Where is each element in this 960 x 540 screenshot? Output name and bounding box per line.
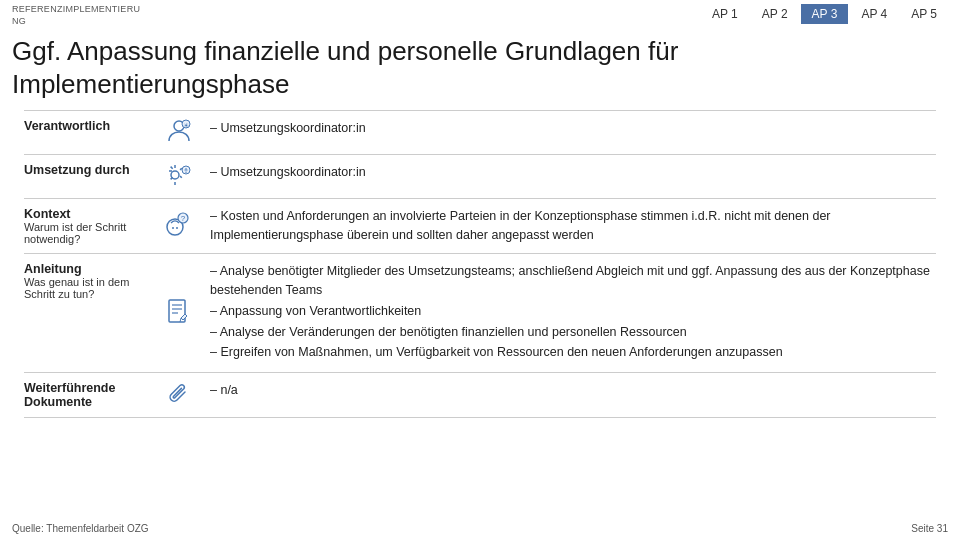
row-content: Analyse benötigter Mitglieder des Umsetz… xyxy=(204,254,936,373)
row-label: Umsetzung durch xyxy=(24,155,154,199)
ap-item-ap3[interactable]: AP 3 xyxy=(801,4,849,24)
list-item: Ergreifen von Maßnahmen, um Verfügbarkei… xyxy=(210,343,930,362)
table-row: Weiterführende Dokumente – n/a xyxy=(24,373,936,418)
row-content: – Umsetzungskoordinator:in xyxy=(204,155,936,199)
row-icon xyxy=(154,373,204,418)
list-item: Analyse benötigter Mitglieder des Umsetz… xyxy=(210,262,930,300)
row-content: – Kosten und Anforderungen an involviert… xyxy=(204,199,936,254)
svg-text:☀: ☀ xyxy=(183,122,189,129)
svg-text:?: ? xyxy=(181,214,186,223)
row-content: – Umsetzungskoordinator:in xyxy=(204,111,936,155)
row-content: – n/a xyxy=(204,373,936,418)
row-label: Verantwortlich xyxy=(24,111,154,155)
ap-item-ap1[interactable]: AP 1 xyxy=(701,4,749,24)
list-item: Anpassung von Verantwortlichkeiten xyxy=(210,302,930,321)
table-row: KontextWarum ist der Schritt notwendig? … xyxy=(24,199,936,254)
ap-navigation: AP 1AP 2AP 3AP 4AP 5 xyxy=(701,4,948,24)
svg-point-6 xyxy=(172,227,174,229)
header-left-label: REFERENZIMPLEMENTIERU NG xyxy=(12,4,140,27)
ap-item-ap4[interactable]: AP 4 xyxy=(850,4,898,24)
row-label: Weiterführende Dokumente xyxy=(24,373,154,418)
ap-item-ap2[interactable]: AP 2 xyxy=(751,4,799,24)
row-icon xyxy=(154,254,204,373)
page-title: Ggf. Anpassung finanzielle und personell… xyxy=(0,29,960,110)
row-icon: ☀ xyxy=(154,111,204,155)
content-table: Verantwortlich ☀ – Umsetzungskoordinator… xyxy=(24,110,936,418)
row-icon: ? xyxy=(154,199,204,254)
footer: Quelle: Themenfeldarbeit OZG Seite 31 xyxy=(12,523,948,534)
table-row: AnleitungWas genau ist in dem Schritt zu… xyxy=(24,254,936,373)
footer-source: Quelle: Themenfeldarbeit OZG xyxy=(12,523,149,534)
footer-page: Seite 31 xyxy=(911,523,948,534)
svg-point-7 xyxy=(176,227,178,229)
list-item: Analyse der Veränderungen der benötigten… xyxy=(210,323,930,342)
row-label: AnleitungWas genau ist in dem Schritt zu… xyxy=(24,254,154,373)
row-label: KontextWarum ist der Schritt notwendig? xyxy=(24,199,154,254)
table-row: Verantwortlich ☀ – Umsetzungskoordinator… xyxy=(24,111,936,155)
row-icon xyxy=(154,155,204,199)
header: REFERENZIMPLEMENTIERU NG AP 1AP 2AP 3AP … xyxy=(0,0,960,29)
ap-item-ap5[interactable]: AP 5 xyxy=(900,4,948,24)
table-row: Umsetzung durch – Umsetzungskoordinator:… xyxy=(24,155,936,199)
